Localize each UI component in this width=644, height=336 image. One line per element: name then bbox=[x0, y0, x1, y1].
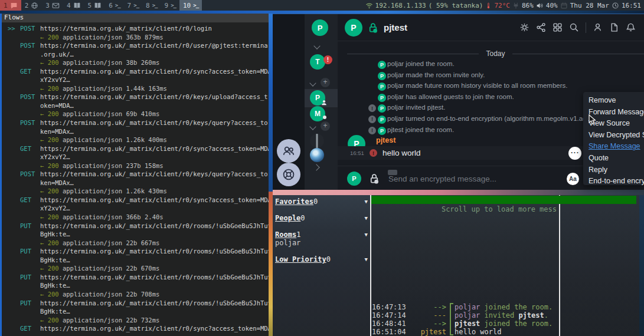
workspace-3[interactable]: 3 bbox=[42, 0, 63, 11]
workspace-1[interactable]: 1 bbox=[0, 0, 21, 11]
roomlist-header[interactable]: Favorites 0▼ bbox=[273, 197, 370, 206]
room-item[interactable]: poljar bbox=[273, 239, 370, 247]
flow-response[interactable]: ← 200 application/json 22b 708ms bbox=[2, 290, 269, 299]
workspace-10[interactable]: 10>_ bbox=[179, 0, 202, 11]
notifications-bell-icon[interactable] bbox=[626, 22, 636, 32]
roomlist-header[interactable]: Low Priority 0▼ bbox=[273, 255, 370, 263]
flow-response[interactable]: ← 200 application/json 1.44k 163ms bbox=[2, 84, 269, 93]
room-avatar-m[interactable]: M bbox=[310, 106, 325, 121]
clock-icon bbox=[612, 2, 619, 9]
event-avatar: P bbox=[378, 127, 386, 135]
flow-entry[interactable]: POSThttps://termina.org.uk/_matrix/clien… bbox=[2, 41, 269, 50]
flow-response[interactable]: ← 200 application/json 363b 879ms bbox=[2, 33, 269, 42]
menu-item-share-message[interactable]: Share Message bbox=[589, 141, 644, 153]
life-ring-icon bbox=[282, 167, 296, 182]
flow-response[interactable]: ← 200 application/json 1.26k 430ms bbox=[2, 187, 269, 196]
apps-grid-icon[interactable] bbox=[553, 22, 563, 32]
flow-entry[interactable]: GEThttps://termina.org.uk/_matrix/client… bbox=[2, 196, 269, 205]
section-count: 0 bbox=[300, 214, 305, 222]
room-avatar-globe[interactable] bbox=[310, 148, 324, 162]
roomlist-header[interactable]: Rooms 1▼ bbox=[273, 230, 370, 239]
flow-response[interactable]: ← 200 application/json 22b 732ms bbox=[2, 316, 269, 325]
workspace-5[interactable]: 5 bbox=[84, 0, 106, 11]
flow-response[interactable]: ← 200 application/json 22b 667ms bbox=[2, 239, 269, 248]
flow-response[interactable]: ← 200 application/json 69b 410ms bbox=[2, 110, 269, 118]
search-icon[interactable] bbox=[569, 22, 579, 32]
chevron-down-icon[interactable] bbox=[313, 42, 320, 49]
flows-title: Flows bbox=[2, 14, 269, 22]
message-input[interactable]: Send an encrypted message... bbox=[388, 174, 496, 183]
flow-url-wrap[interactable]: oken=MDA… bbox=[2, 101, 269, 110]
settings-gear-icon[interactable] bbox=[519, 22, 529, 32]
flow-url-wrap[interactable]: xY2xvY2… bbox=[2, 75, 269, 84]
workspace-4[interactable]: 4 bbox=[63, 0, 84, 11]
user-avatar[interactable]: P bbox=[312, 19, 328, 36]
format-toggle-button[interactable]: Aa bbox=[567, 173, 579, 185]
flow-url-wrap[interactable]: xY2xvY2… bbox=[2, 333, 269, 334]
flow-entry[interactable]: PUThttps://termina.org.uk/_matrix/client… bbox=[2, 247, 269, 256]
menu-item-forward-message[interactable]: Forward Message bbox=[589, 107, 644, 118]
flow-url-wrap[interactable]: BgHk:te… bbox=[2, 256, 269, 265]
line-text: poljar joined the room. bbox=[455, 303, 553, 311]
flow-entry[interactable]: POSThttps://termina.org.uk/_matrix/clien… bbox=[2, 93, 269, 101]
files-icon[interactable] bbox=[609, 22, 619, 32]
explore-button[interactable] bbox=[277, 163, 300, 186]
flow-entry[interactable]: GEThttps://termina.org.uk/_matrix/client… bbox=[2, 324, 269, 333]
room-avatar-t[interactable]: T bbox=[310, 54, 325, 70]
divider-line bbox=[512, 54, 644, 54]
chevron-down-icon[interactable] bbox=[309, 123, 316, 130]
flow-entry[interactable]: PUThttps://termina.org.uk/_matrix/client… bbox=[2, 273, 269, 282]
menu-item-remove[interactable]: Remove bbox=[589, 95, 644, 107]
menu-item-reply[interactable]: Reply bbox=[589, 164, 644, 176]
text-segment: . bbox=[544, 311, 548, 319]
workspace-7[interactable]: 7>_ bbox=[124, 0, 142, 11]
flow-url: https://termina.org.uk/_matrix/client/r0… bbox=[40, 274, 269, 281]
flow-url: https://termina.org.uk/_matrix/client/r0… bbox=[40, 170, 268, 177]
workspace-2[interactable]: 2 bbox=[21, 0, 43, 11]
flow-url-wrap[interactable]: ken=MDAx… bbox=[2, 179, 269, 187]
flow-url-wrap[interactable]: xY2xvY2… bbox=[2, 153, 269, 162]
workspace-number: 6 bbox=[109, 2, 113, 9]
add-room-button[interactable]: + bbox=[321, 121, 330, 131]
flow-response[interactable]: ← 200 application/json 38b 260ms bbox=[2, 58, 269, 67]
chevron-right-icon[interactable] bbox=[313, 164, 319, 170]
flow-entry[interactable]: >>POSThttps://termina.org.uk/_matrix/cli… bbox=[2, 24, 269, 33]
people-button[interactable] bbox=[277, 139, 300, 163]
message-timestamp: 16:51 bbox=[350, 150, 370, 156]
flow-url-wrap[interactable]: BgHk:te… bbox=[2, 281, 269, 290]
roomlist-header[interactable]: People 0▼ bbox=[273, 214, 370, 222]
room-avatar-obelisk[interactable] bbox=[310, 134, 324, 148]
add-room-button[interactable]: + bbox=[321, 78, 330, 87]
flow-entry[interactable]: GEThttps://termina.org.uk/_matrix/client… bbox=[2, 144, 269, 153]
flow-response[interactable]: ← 200 application/json 366b 2.40s bbox=[2, 213, 269, 222]
share-icon[interactable] bbox=[536, 22, 546, 32]
menu-item-end-to-end-encry[interactable]: End-to-end encry bbox=[589, 176, 644, 185]
flow-url-wrap[interactable]: BgHk:te… bbox=[2, 230, 269, 239]
flow-response[interactable]: ← 200 application/json 1.26k 400ms bbox=[2, 136, 269, 144]
line-prefix: --> bbox=[407, 303, 446, 311]
flow-entry[interactable]: POSThttps://termina.org.uk/_matrix/clien… bbox=[2, 170, 269, 179]
flow-entry[interactable]: GEThttps://termina.org.uk/_matrix/client… bbox=[2, 67, 269, 76]
menu-item-view-decrypted-s[interactable]: View Decrypted S bbox=[589, 130, 644, 141]
flow-url-wrap[interactable]: BgHk:te… bbox=[2, 307, 269, 316]
flow-entry[interactable]: PUThttps://termina.org.uk/_matrix/client… bbox=[2, 222, 269, 230]
workspace-9[interactable]: 9>_ bbox=[161, 0, 179, 11]
flow-entry[interactable]: PUThttps://termina.org.uk/_matrix/client… bbox=[2, 299, 269, 308]
menu-item-quote[interactable]: Quote bbox=[589, 153, 644, 164]
wallpaper-strip-pink bbox=[273, 190, 644, 195]
flow-url-wrap[interactable]: .org.uk/… bbox=[2, 50, 269, 59]
flow-url-wrap[interactable]: ken=MDAx… bbox=[2, 127, 269, 136]
workspace-6[interactable]: 6>_ bbox=[105, 0, 123, 11]
workspace-8[interactable]: 8>_ bbox=[142, 0, 161, 11]
message-options-button[interactable]: ··· bbox=[568, 147, 581, 160]
members-icon[interactable] bbox=[593, 22, 603, 32]
flow-url: https://termina.org.uk/_matrix/client/r0… bbox=[40, 325, 269, 332]
flow-url-wrap[interactable]: xY2xvY2… bbox=[2, 204, 269, 213]
flow-entry[interactable]: POSThttps://termina.org.uk/_matrix/clien… bbox=[2, 118, 269, 127]
line-text: poljar invited pjtest. bbox=[455, 311, 548, 319]
room-header-avatar[interactable]: P bbox=[345, 19, 362, 37]
chevron-down-icon[interactable] bbox=[309, 80, 316, 86]
flow-response[interactable]: ← 200 application/json 22b 670ms bbox=[2, 264, 269, 273]
flow-response[interactable]: ← 200 application/json 237b 158ms bbox=[2, 162, 269, 170]
menu-item-view-source[interactable]: View Source bbox=[589, 118, 644, 130]
